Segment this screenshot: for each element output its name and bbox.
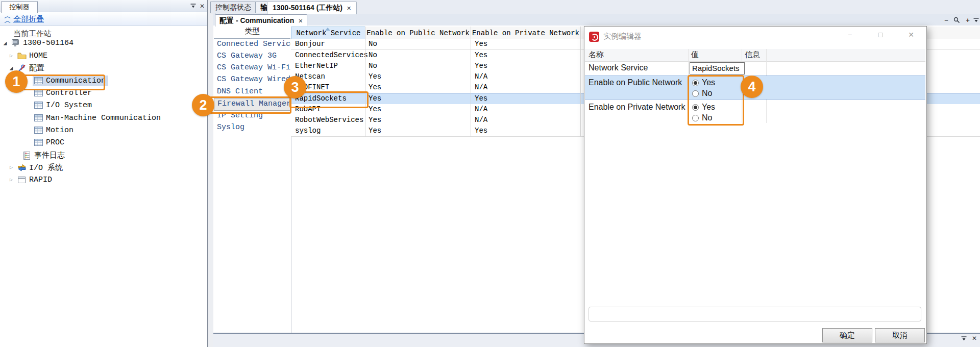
close-tab-icon[interactable]: ✕ bbox=[347, 5, 351, 11]
tree-item-label: RAPID bbox=[29, 176, 52, 184]
document-tabstrip bbox=[213, 14, 980, 26]
dialog-column-name: 名称 bbox=[589, 50, 604, 60]
type-item-cs-gateway-3g[interactable]: CS Gateway 3G bbox=[214, 50, 291, 62]
tree-item-home[interactable]: ▷ HOME bbox=[8, 49, 47, 62]
annotation-step-1: 1 bbox=[5, 70, 28, 93]
type-item-syslog[interactable]: Syslog bbox=[214, 121, 291, 133]
instance-editor-dialog: 实例编辑器 − □ ✕ 名称 值 信息 Network Service Rapi… bbox=[584, 26, 927, 344]
eventlog-icon bbox=[22, 152, 31, 159]
search-icon[interactable] bbox=[953, 17, 960, 23]
column-header-public-network[interactable]: Enable on Public Network bbox=[365, 27, 471, 39]
dialog-column-info: 信息 bbox=[745, 50, 760, 60]
tree-item-motion[interactable]: Motion bbox=[34, 124, 74, 136]
dialog-close-icon[interactable]: ✕ bbox=[903, 31, 919, 39]
io-arrows-icon bbox=[17, 164, 26, 171]
tree-item-label: 配置 bbox=[29, 63, 44, 73]
type-item-cs-gateway-wired[interactable]: CS Gateway Wired bbox=[214, 73, 291, 85]
tree-item-controller-1300[interactable]: ◢ 1300-501164 bbox=[2, 37, 74, 49]
column-gridline bbox=[471, 27, 471, 137]
pin-docstrip-icon[interactable] bbox=[973, 18, 979, 23]
table-icon bbox=[34, 77, 43, 85]
collapse-all-icon: ︿︿ bbox=[4, 14, 11, 23]
field-name-public-network: Enable on Public Network bbox=[589, 78, 682, 87]
column-header-private-network[interactable]: Enable on Private Network bbox=[471, 27, 581, 39]
dialog-column-value: 值 bbox=[691, 50, 699, 60]
tree-item-label: Man-Machine Communication bbox=[46, 114, 161, 122]
tab-1300-501164-station[interactable]: 1300-501164 (工作站)✕ bbox=[267, 2, 357, 14]
radio-unselected-icon[interactable] bbox=[692, 90, 699, 97]
type-item-cs-gateway-wifi[interactable]: CS Gateway Wi-Fi bbox=[214, 62, 291, 73]
radio-selected-icon[interactable] bbox=[692, 104, 699, 111]
tree-item-io-system-cfg[interactable]: I/O System bbox=[34, 99, 92, 111]
table-icon bbox=[34, 139, 43, 146]
dialog-minimize-icon[interactable]: − bbox=[842, 31, 857, 39]
public-network-yes-option[interactable]: Yes bbox=[692, 78, 715, 87]
robotstudio-window: 控制器 ✕ ︿︿ 全部折叠 当前工作站 ◢ 1300-501164 ▷ HOME… bbox=[0, 0, 980, 347]
sort-ascending-icon bbox=[325, 28, 330, 31]
bottom-tab-controller-status[interactable]: 控制器状态 bbox=[210, 2, 256, 13]
annotation-step-3: 3 bbox=[284, 76, 306, 98]
tree-item-label: PROC bbox=[46, 138, 64, 147]
tree-item-label: Controller bbox=[46, 89, 92, 97]
network-service-value-input[interactable]: RapidSockets bbox=[690, 62, 745, 75]
tab-config-communication[interactable]: 配置 - Communication✕ bbox=[215, 14, 307, 27]
tree-item-label: I/O 系统 bbox=[29, 163, 63, 172]
tree-selection-highlight: Communication bbox=[33, 76, 108, 86]
type-list-header: 类型 bbox=[214, 27, 290, 39]
ok-button[interactable]: 确定 bbox=[822, 328, 872, 342]
tree-item-label: 事件日志 bbox=[34, 151, 65, 160]
field-name-private-network: Enable on Private Network bbox=[589, 103, 685, 112]
tree-collapsed-icon[interactable]: ▷ bbox=[8, 177, 14, 183]
tree-item-label: I/O System bbox=[46, 101, 92, 110]
radio-unselected-icon[interactable] bbox=[692, 115, 699, 121]
tree-item-label: HOME bbox=[29, 52, 47, 60]
tree-item-rapid[interactable]: ▷ RAPID bbox=[8, 174, 52, 186]
close-bottom-icon[interactable]: ✕ bbox=[972, 335, 977, 342]
field-name-network-service: Network Service bbox=[589, 63, 648, 72]
tree-item-communication[interactable]: Communication bbox=[33, 75, 108, 87]
tree-item-proc[interactable]: PROC bbox=[34, 136, 64, 148]
table-icon bbox=[34, 127, 43, 134]
pin-panel-icon[interactable] bbox=[190, 4, 197, 9]
column-gridline bbox=[365, 27, 365, 137]
zoom-out-icon[interactable]: − bbox=[943, 17, 950, 23]
public-network-no-option[interactable]: No bbox=[692, 89, 712, 98]
collapse-all-link[interactable]: 全部折叠 bbox=[13, 14, 44, 24]
close-panel-icon[interactable]: ✕ bbox=[200, 3, 205, 10]
instance-editor-icon bbox=[589, 32, 599, 42]
tree-collapsed-icon[interactable]: ▷ bbox=[8, 164, 14, 170]
tree-item-label: 1300-501164 bbox=[23, 39, 74, 47]
annotation-step-4: 4 bbox=[741, 76, 763, 98]
type-item-dns-client[interactable]: DNS Client bbox=[214, 86, 291, 97]
dialog-title: 实例编辑器 bbox=[603, 32, 642, 41]
zoom-in-icon[interactable]: + bbox=[964, 17, 971, 23]
type-item-firewall-manager[interactable]: Firewall Manager bbox=[214, 98, 292, 111]
type-item-connected-services[interactable]: Connected Services bbox=[214, 38, 291, 50]
private-network-yes-option[interactable]: Yes bbox=[692, 103, 715, 112]
tree-item-io-system[interactable]: ▷ I/O 系统 bbox=[8, 161, 63, 174]
pin-bottom-icon[interactable] bbox=[961, 336, 967, 342]
table-icon bbox=[34, 102, 43, 109]
tree-item-label: Communication bbox=[46, 77, 106, 85]
tree-expanded-icon[interactable]: ◢ bbox=[2, 40, 8, 46]
controller-panel-tab[interactable]: 控制器 bbox=[1, 1, 38, 13]
type-item-ip-setting[interactable]: IP Setting bbox=[214, 110, 291, 121]
radio-selected-icon[interactable] bbox=[692, 80, 699, 86]
tree-item-label: Motion bbox=[46, 126, 74, 135]
dialog-maximize-icon[interactable]: □ bbox=[873, 31, 888, 39]
rapid-icon bbox=[17, 176, 26, 184]
tree-item-mmc[interactable]: Man-Machine Communication bbox=[34, 112, 161, 124]
annotation-step-2: 2 bbox=[192, 94, 214, 116]
close-doc-tab-icon[interactable]: ✕ bbox=[298, 18, 303, 24]
private-network-no-option[interactable]: No bbox=[692, 113, 712, 122]
table-icon bbox=[34, 89, 43, 97]
cancel-button[interactable]: 取消 bbox=[875, 328, 925, 342]
dialog-comment-input[interactable] bbox=[589, 307, 921, 321]
tree-item-event-log[interactable]: 事件日志 bbox=[22, 149, 65, 161]
controller-icon bbox=[11, 39, 20, 47]
tree-item-controller-cfg[interactable]: Controller bbox=[34, 87, 92, 99]
folder-icon bbox=[17, 52, 26, 60]
tree-collapsed-icon[interactable]: ▷ bbox=[8, 53, 14, 59]
column-gridline bbox=[580, 27, 581, 137]
table-icon bbox=[34, 114, 43, 122]
